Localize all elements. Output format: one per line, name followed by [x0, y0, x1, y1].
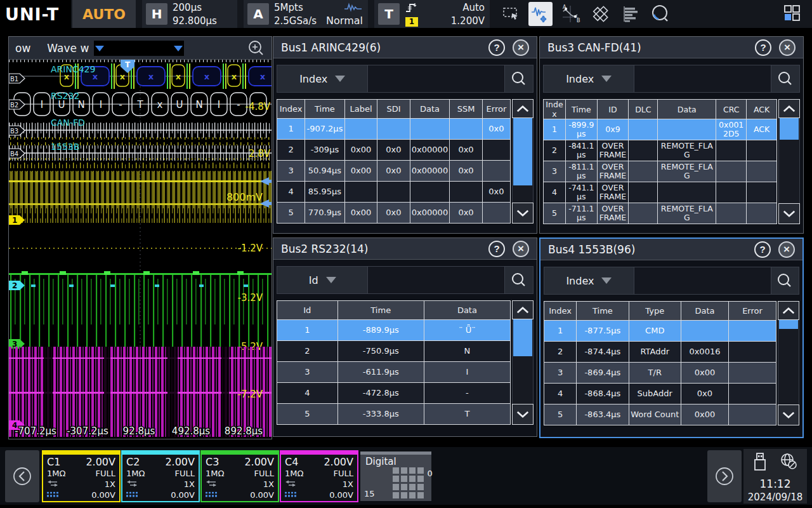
acquire-settings[interactable]: A 5Mpts 2.5GSa/s Normal [244, 0, 368, 28]
scroll-up-button[interactable] [512, 99, 534, 118]
search-input[interactable] [367, 267, 505, 293]
scroll-up-button[interactable] [512, 300, 534, 319]
scroll-down-button[interactable] [512, 203, 534, 224]
zoom-plus-icon[interactable] [247, 39, 265, 57]
table-row[interactable]: 4-741.1µsOVER FRAME [544, 182, 777, 203]
table-cell: 5 [544, 404, 577, 425]
table-cell: -877.5µs [577, 321, 629, 342]
channel1-tile[interactable]: C12.00V 1MΩFULL 1X 0.00V [42, 450, 121, 502]
run-mode-button[interactable]: AUTO [72, 0, 136, 28]
table-row[interactable]: 3-611.9µsI [277, 362, 511, 383]
trigger-position-marker[interactable]: T [121, 60, 134, 73]
table-row[interactable]: 1-877.5µsCMD [544, 321, 776, 342]
scroll-down-button[interactable] [778, 404, 799, 425]
channel-scale: 2.00V [244, 456, 274, 468]
help-icon[interactable]: ? [755, 39, 771, 56]
channel-offset: 0.00V [91, 490, 115, 500]
table-row[interactable]: 5-863.4µsWord Count0x00 [544, 404, 776, 425]
bus1-marker[interactable]: B1 [9, 74, 25, 83]
bus-decode-table: IndexTimeTypeDataError1-877.5µsCMD2-874.… [544, 301, 776, 425]
close-icon[interactable]: × [778, 241, 795, 258]
table-row[interactable]: 5770.9µs0x000x00x000000x0 [277, 203, 511, 224]
table-row[interactable]: 5-333.8µsT [277, 404, 511, 425]
table-scrollbar [778, 301, 799, 425]
search-icon[interactable] [505, 267, 533, 293]
cursor-ab-icon[interactable]: AB [558, 2, 582, 26]
table-cell: 3 [544, 363, 577, 384]
search-icon[interactable] [771, 267, 799, 294]
channel2-tile[interactable]: C22.00V 1MΩFULL 1X 0.00V [121, 450, 200, 502]
waveform-source-dropdown[interactable] [94, 41, 184, 56]
scroll-channels-right-button[interactable] [707, 450, 742, 502]
scroll-channels-left-button[interactable] [5, 450, 39, 502]
table-row[interactable]: 2-750.9µsN [277, 341, 511, 362]
search-icon[interactable] [771, 65, 799, 92]
scrollbar-thumb[interactable] [780, 118, 799, 140]
dropdown-arrow-icon [601, 76, 612, 82]
table-cell [728, 384, 776, 404]
column-header: Error [482, 100, 510, 119]
help-icon[interactable]: ? [754, 241, 771, 258]
close-icon[interactable]: × [513, 39, 529, 56]
filter-dropdown[interactable]: Index [277, 65, 367, 92]
help-icon[interactable]: ? [488, 241, 505, 257]
table-cell [716, 140, 747, 161]
scrollbar-thumb[interactable] [513, 319, 532, 356]
digital-channels-tile[interactable]: Digital 15 0 [360, 451, 431, 501]
histogram-icon[interactable] [618, 2, 642, 26]
table-row[interactable]: 485.95µs0x0 [277, 182, 511, 203]
table-header-row: IdTimeData [277, 301, 511, 320]
trigger-settings[interactable]: T 1 Auto 1.200V [374, 0, 490, 28]
channel-probe: 1X [263, 479, 274, 489]
scroll-up-button[interactable] [778, 99, 800, 118]
scrollbar-track[interactable] [512, 319, 534, 404]
table-row[interactable]: 3-869.4µsT/R0x00 [544, 363, 776, 384]
search-zoom-icon[interactable] [648, 2, 672, 26]
channel4-tile[interactable]: C42.00V 1MΩFULL 1X 0.00V [280, 450, 358, 502]
scroll-down-button[interactable] [778, 203, 800, 224]
table-row[interactable]: 3-811.1µsOVER FRAMEREMOTE_FLAG [544, 161, 777, 182]
table-row[interactable]: 4-868.4µsSubAddr0x0 [544, 384, 776, 404]
table-cell: REMOTE_FLAG [658, 161, 716, 182]
table-row[interactable]: 1-907.2µs0x0 [277, 119, 511, 140]
table-cell: 2 [544, 342, 577, 363]
xy-mode-icon[interactable] [588, 2, 612, 26]
digital-last-bit: 15 [364, 489, 375, 498]
select-region-icon[interactable] [499, 2, 523, 26]
filter-dropdown[interactable]: Index [544, 65, 634, 92]
search-input[interactable] [634, 65, 771, 92]
table-row[interactable]: 1-899.9µs0x90x0012D5ACK [544, 119, 777, 140]
filter-dropdown[interactable]: Id [277, 267, 367, 293]
table-row[interactable]: 350.94µs0x000x00x000000x0 [277, 161, 511, 182]
table-cell: 0x0016 [681, 342, 728, 363]
column-header: Id [277, 301, 338, 320]
close-icon[interactable]: × [513, 241, 529, 257]
help-icon[interactable]: ? [488, 39, 505, 56]
table-cell: -333.8µs [337, 404, 424, 425]
search-input[interactable] [634, 267, 771, 294]
filter-dropdown[interactable]: Index [544, 267, 634, 294]
scrollbar-thumb[interactable] [779, 320, 798, 329]
waveform-display[interactable]: xxxxxxxx ARINC429 B1 T -IUNI-TxUNI- RS23… [9, 60, 272, 439]
table-row[interactable]: 1-889.9µs¨ Ǖ¨ [277, 320, 511, 341]
scrollbar-thumb[interactable] [513, 118, 532, 185]
window-layout-icon[interactable] [778, 2, 806, 26]
table-row[interactable]: 5-711.1µsOVER FRAMEREMOTE_FLAG [544, 203, 777, 224]
scrollbar-track[interactable] [778, 118, 800, 203]
close-icon[interactable]: × [779, 39, 796, 56]
panel-title: Bus4 1553B(96) [548, 243, 635, 256]
scrollbar-track[interactable] [512, 118, 534, 203]
search-icon[interactable] [505, 65, 533, 92]
channel3-tile[interactable]: C32.00V 1MΩFULL 1X 0.00V [200, 450, 279, 502]
scroll-down-button[interactable] [512, 404, 534, 425]
table-row[interactable]: 4-472.8µs- [277, 383, 511, 404]
waveform-move-icon[interactable] [528, 2, 553, 26]
scrollbar-track[interactable] [778, 320, 799, 404]
table-row[interactable]: 2-841.1µsOVER FRAMEREMOTE_FLAG [544, 140, 777, 161]
search-input[interactable] [367, 65, 505, 92]
table-row[interactable]: 2-309µs0x000x00x000000x0 [277, 140, 511, 161]
horizontal-settings[interactable]: H 200µs 92.800µs [142, 0, 237, 28]
channel-probe: 1X [343, 479, 353, 489]
table-row[interactable]: 2-874.4µsRTAddr0x0016 [544, 342, 776, 363]
scroll-up-button[interactable] [778, 301, 799, 320]
